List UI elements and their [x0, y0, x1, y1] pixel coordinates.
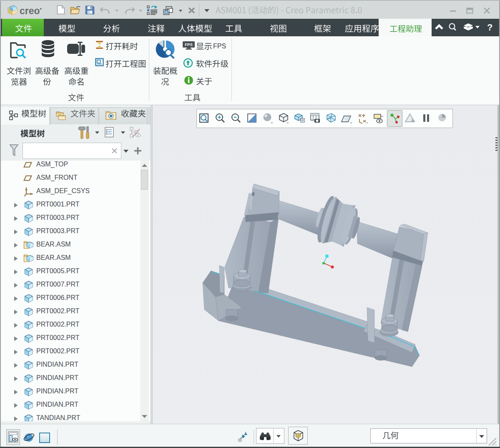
svg-text:FPS: FPS [185, 42, 192, 47]
svg-text:?: ? [487, 22, 492, 33]
